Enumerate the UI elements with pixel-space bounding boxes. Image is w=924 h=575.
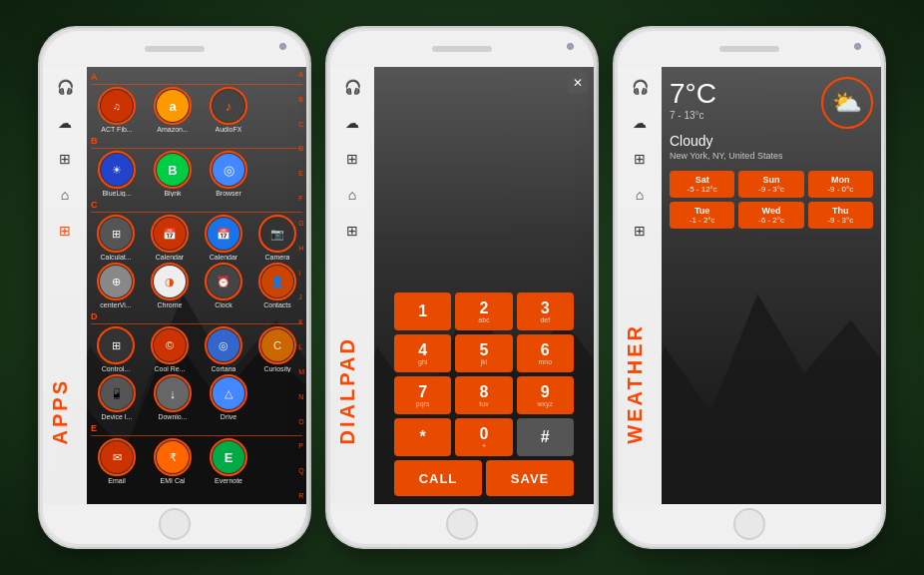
app-downloads[interactable]: ↓ Downlo...	[147, 374, 199, 420]
speaker-2	[432, 46, 492, 52]
speaker-3	[719, 46, 779, 52]
section-d: D	[91, 311, 302, 321]
phone-bottom-1	[43, 504, 306, 544]
weather-grid: Sat -5 - 12°c Sun -9 - 3°c Mon -9 - 0°c …	[670, 171, 873, 229]
app-emical[interactable]: ₹ EMI Cal	[147, 438, 199, 484]
app-camera[interactable]: 📷 Camera	[252, 215, 302, 261]
dial-key-7[interactable]: 7 pqrs	[394, 376, 451, 414]
dial-key-6[interactable]: 6 mno	[517, 334, 574, 372]
app-calculator[interactable]: ⊞ Calculat...	[91, 215, 141, 261]
app-deviceid[interactable]: 📱 Device I...	[91, 374, 143, 420]
app-audiofx[interactable]: ♪ AudioFX	[203, 87, 254, 133]
apps-icon-1[interactable]: ⊞	[51, 217, 79, 245]
phone-bottom-3	[618, 504, 881, 544]
weather-condition: Cloudy	[670, 133, 873, 149]
camera-1	[279, 43, 286, 50]
divider-b	[91, 148, 302, 149]
divider-e	[91, 435, 302, 436]
phone-weather: 🎧 ☁ ⊞ ⌂ ⊞ WEATHER 7°C 7 - 13°c ⛅ Cloudy …	[615, 28, 884, 547]
app-grid: A ♫ ACT Fib... a Amazon... ♪ AudioFX B	[87, 67, 306, 504]
app-centerview[interactable]: ⊕ centerVi...	[91, 263, 141, 308]
app-coolre[interactable]: © Cool Re...	[145, 326, 195, 372]
headphone-icon-1[interactable]: 🎧	[51, 73, 79, 101]
app-calendar1[interactable]: 📅 Calendar	[145, 215, 195, 261]
weather-day-sun: Sun -9 - 3°c	[738, 171, 803, 198]
cloud-icon-2[interactable]: ☁	[338, 109, 366, 137]
phone-dialpad: 🎧 ☁ ⊞ ⌂ ⊞ DIALPAD ✕ 1 2 abc 3 def	[327, 28, 597, 547]
cloud-icon-1[interactable]: ☁	[51, 109, 79, 137]
app-chrome[interactable]: ◑ Chrome	[145, 263, 195, 308]
dial-key-8[interactable]: 8 tuv	[455, 376, 512, 414]
weather-label: WEATHER	[624, 323, 647, 444]
grid-icon-3[interactable]: ⊞	[626, 145, 654, 173]
dial-key-1[interactable]: 1	[394, 292, 451, 330]
screen-weather: 🎧 ☁ ⊞ ⌂ ⊞ WEATHER 7°C 7 - 13°c ⛅ Cloudy …	[618, 67, 881, 504]
screen-apps: 🎧 ☁ ⊞ ⌂ ⊞ APPS A B C D E F G H I J K L M…	[43, 67, 306, 504]
phone-apps: 🎧 ☁ ⊞ ⌂ ⊞ APPS A B C D E F G H I J K L M…	[40, 28, 309, 547]
weather-area: 7°C 7 - 13°c ⛅ Cloudy New York, NY, Unit…	[662, 67, 881, 504]
weather-range: 7 - 13°c	[670, 110, 716, 121]
app-actfib[interactable]: ♫ ACT Fib...	[91, 87, 143, 133]
section-a: A	[91, 72, 302, 82]
home-icon-1[interactable]: ⌂	[51, 181, 79, 209]
app-curiosity[interactable]: C Curiosity	[252, 326, 302, 372]
divider-a	[91, 84, 302, 85]
dial-key-star[interactable]: *	[394, 418, 451, 456]
weather-day-thu: Thu -9 - 3°c	[808, 202, 873, 229]
app-email[interactable]: ✉ Email	[91, 438, 143, 484]
app-row-a: ♫ ACT Fib... a Amazon... ♪ AudioFX	[91, 87, 302, 133]
dial-action-buttons: CALL SAVE	[394, 460, 574, 496]
headphone-icon-3[interactable]: 🎧	[626, 73, 654, 101]
app-drive[interactable]: △ Drive	[203, 374, 254, 420]
section-e: E	[91, 423, 302, 433]
dial-key-9[interactable]: 9 wxyz	[517, 376, 574, 414]
app-controlr[interactable]: ⊞ Control...	[91, 326, 141, 372]
section-b: B	[91, 136, 302, 146]
home-icon-2[interactable]: ⌂	[338, 181, 366, 209]
app-browser[interactable]: ◎ Browser	[203, 151, 254, 197]
cloud-icon-3[interactable]: ☁	[626, 109, 654, 137]
app-calendar2[interactable]: 📅 Calendar	[199, 215, 248, 261]
dial-key-hash[interactable]: #	[517, 418, 574, 456]
grid-icon-2[interactable]: ⊞	[338, 145, 366, 173]
app-blynk[interactable]: B Blynk	[147, 151, 199, 197]
dial-key-5[interactable]: 5 jkl	[455, 334, 512, 372]
app-bluelight[interactable]: ☀ BlueLig...	[91, 151, 143, 197]
divider-d	[91, 323, 302, 324]
app-row-e: ✉ Email ₹ EMI Cal E Evernote	[91, 438, 302, 484]
weather-icon-circle: ⛅	[821, 77, 873, 129]
home-button-1[interactable]	[159, 508, 191, 540]
app-row-b: ☀ BlueLig... B Blynk ◎ Browser	[91, 151, 302, 197]
app-row-d: ⊞ Control... © Cool Re... ◎ Cortana C Cu…	[91, 326, 302, 372]
app-row-d2: 📱 Device I... ↓ Downlo... △ Drive	[91, 374, 302, 420]
apps-icon-3[interactable]: ⊞	[626, 217, 654, 245]
phone-top-1	[43, 31, 306, 67]
sun-cloud-icon: ⛅	[832, 89, 862, 117]
save-button[interactable]: SAVE	[486, 460, 574, 496]
app-cortana[interactable]: ◎ Cortana	[199, 326, 248, 372]
screen-dialpad: 🎧 ☁ ⊞ ⌂ ⊞ DIALPAD ✕ 1 2 abc 3 def	[330, 67, 594, 504]
dial-key-0[interactable]: 0 +	[455, 418, 512, 456]
weather-day-wed: Wed -6 - 2°c	[738, 202, 803, 229]
dial-key-2[interactable]: 2 abc	[455, 292, 512, 330]
divider-c	[91, 212, 302, 213]
dialpad-close-btn[interactable]: ✕	[568, 73, 588, 93]
app-evernote[interactable]: E Evernote	[203, 438, 254, 484]
grid-icon-1[interactable]: ⊞	[51, 145, 79, 173]
dialpad-grid: 1 2 abc 3 def 4 ghi 5 jkl	[394, 292, 574, 456]
home-icon-3[interactable]: ⌂	[626, 181, 654, 209]
app-contacts[interactable]: 👤 Contacts	[252, 263, 302, 308]
app-amazon[interactable]: a Amazon...	[147, 87, 199, 133]
app-clock[interactable]: ⏰ Clock	[199, 263, 248, 308]
apps-icon-2[interactable]: ⊞	[338, 217, 366, 245]
dial-key-3[interactable]: 3 def	[517, 292, 574, 330]
headphone-icon-2[interactable]: 🎧	[338, 73, 366, 101]
dial-key-4[interactable]: 4 ghi	[394, 334, 451, 372]
call-button[interactable]: CALL	[394, 460, 482, 496]
alphabet-bar: A B C D E F G H I J K L M N O P Q R	[298, 71, 304, 500]
app-row-c2: ⊕ centerVi... ◑ Chrome ⏰ Clock 👤 Contact…	[91, 263, 302, 308]
home-button-2[interactable]	[446, 508, 478, 540]
home-button-3[interactable]	[733, 508, 765, 540]
camera-2	[567, 43, 574, 50]
app-row-c1: ⊞ Calculat... 📅 Calendar 📅 Calendar 📷 Ca…	[91, 215, 302, 261]
